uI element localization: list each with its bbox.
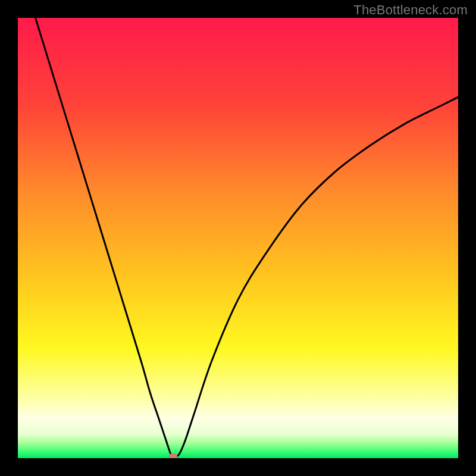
bottleneck-curve [18, 18, 458, 458]
chart-frame: TheBottleneck.com [0, 0, 476, 476]
plot-area [18, 18, 458, 458]
optimal-point-marker [169, 453, 177, 458]
watermark-text: TheBottleneck.com [353, 2, 468, 18]
